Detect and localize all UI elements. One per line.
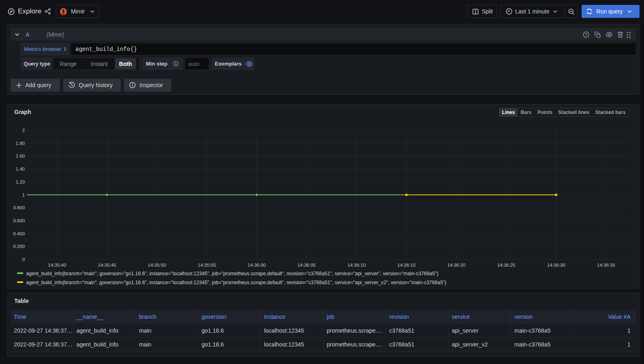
svg-text:0.600: 0.600 (13, 218, 25, 223)
svg-text:1.80: 1.80 (16, 141, 25, 146)
svg-text:0: 0 (22, 257, 25, 262)
svg-text:?: ? (585, 32, 587, 37)
svg-text:14:36:30: 14:36:30 (547, 263, 565, 268)
svg-text:14:36:35: 14:36:35 (597, 263, 615, 268)
svg-text:0.800: 0.800 (13, 205, 25, 210)
svg-text:0.400: 0.400 (13, 231, 25, 236)
svg-text:14:35:50: 14:35:50 (148, 263, 166, 268)
svg-text:14:35:40: 14:35:40 (48, 263, 66, 268)
svg-text:14:35:45: 14:35:45 (98, 263, 116, 268)
svg-text:14:36:15: 14:36:15 (397, 263, 416, 268)
svg-text:1.60: 1.60 (16, 153, 25, 158)
svg-text:14:35:55: 14:35:55 (198, 263, 216, 268)
svg-text:14:36:20: 14:36:20 (447, 263, 465, 268)
svg-text:14:36:10: 14:36:10 (347, 263, 366, 268)
svg-text:0.200: 0.200 (13, 244, 25, 249)
svg-text:1.20: 1.20 (16, 180, 25, 184)
svg-text:1.40: 1.40 (16, 167, 25, 171)
svg-text:2: 2 (22, 128, 25, 133)
svg-text:14:36:00: 14:36:00 (247, 263, 266, 268)
svg-text:14:36:05: 14:36:05 (298, 263, 316, 268)
svg-text:14:36:25: 14:36:25 (497, 263, 516, 268)
svg-text:1: 1 (22, 193, 25, 197)
